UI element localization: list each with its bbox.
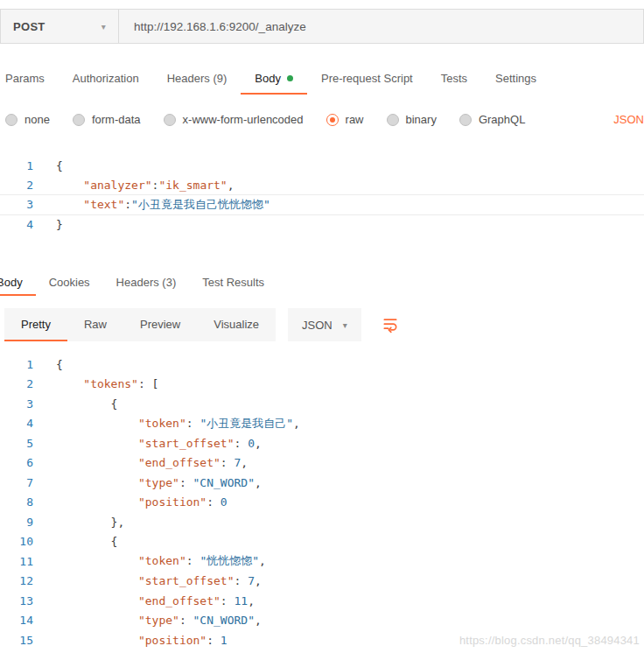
tab-label: Authorization xyxy=(73,72,139,85)
radio-dot xyxy=(330,117,335,123)
body-type-form-data[interactable]: form-data xyxy=(73,113,141,126)
line-number: 4 xyxy=(0,218,46,231)
code-token: "tokens" xyxy=(83,377,138,390)
code-token: , xyxy=(248,594,255,607)
code-token: : xyxy=(234,574,248,587)
code-token: 11 xyxy=(234,594,248,607)
tab-authorization[interactable]: Authorization xyxy=(59,63,153,95)
code-text[interactable]: { xyxy=(46,159,63,172)
view-tab-preview[interactable]: Preview xyxy=(123,308,197,341)
raw-language-label: JSON xyxy=(613,113,644,126)
body-indicator-dot xyxy=(287,75,293,81)
code-text[interactable]: } xyxy=(46,218,63,231)
code-token: : xyxy=(206,495,220,509)
tab-tests[interactable]: Tests xyxy=(427,63,481,95)
chevron-down-icon: ▾ xyxy=(343,320,347,330)
code-text[interactable]: "text":"小丑竟是我自己恍恍惚惚" xyxy=(46,197,270,213)
line-number: 13 xyxy=(0,594,46,607)
code-token: { xyxy=(56,358,63,371)
line-number: 9 xyxy=(0,516,46,529)
tab-pre-request-script[interactable]: Pre-request Script xyxy=(307,63,427,95)
tab-label: Cookies xyxy=(49,276,90,289)
code-token xyxy=(56,594,138,607)
tab-label: Raw xyxy=(84,318,107,331)
request-url-bar: POST ▾ http://192.168.1.6:9200/_analyze xyxy=(0,9,644,44)
code-token: }, xyxy=(56,516,124,529)
chevron-down-icon: ▾ xyxy=(102,22,106,32)
code-text: "type": "CN_WORD", xyxy=(46,476,262,489)
line-number: 7 xyxy=(0,476,46,489)
tab-headers[interactable]: Headers (9) xyxy=(153,63,242,95)
tab-label: Params xyxy=(5,72,45,85)
radio-icon xyxy=(5,114,18,126)
code-token: "analyzer" xyxy=(83,179,151,192)
body-type-binary[interactable]: binary xyxy=(387,113,437,126)
view-mode-group: Pretty Raw Preview Visualize xyxy=(4,308,276,341)
line-number: 10 xyxy=(0,535,46,548)
raw-language-select[interactable]: JSON ▾ xyxy=(613,113,644,126)
line-number: 6 xyxy=(0,456,46,469)
code-line: 6 "end_offset": 7, xyxy=(0,453,644,474)
code-token: : xyxy=(206,634,220,647)
tab-params[interactable]: Params xyxy=(0,63,59,95)
tab-label: Settings xyxy=(495,72,536,85)
tab-label: Preview xyxy=(140,318,180,331)
code-token: : xyxy=(179,476,193,489)
code-text: "tokens": [ xyxy=(46,377,158,390)
code-token xyxy=(56,417,138,430)
body-type-urlencoded[interactable]: x-www-form-urlencoded xyxy=(164,113,304,126)
tab-body[interactable]: Body xyxy=(241,63,307,95)
view-tab-raw[interactable]: Raw xyxy=(67,308,123,341)
code-line: 4} xyxy=(0,215,644,235)
line-number: 2 xyxy=(0,179,46,192)
code-token xyxy=(56,614,138,627)
response-format-select[interactable]: JSON ▾ xyxy=(288,308,361,341)
tab-settings[interactable]: Settings xyxy=(481,63,550,95)
code-token: : xyxy=(220,594,234,607)
code-token: 0 xyxy=(220,495,228,509)
radio-label: GraphQL xyxy=(479,113,525,126)
tab-label: Test Results xyxy=(202,276,264,289)
code-token: , xyxy=(259,554,266,567)
response-tab-body[interactable]: Body xyxy=(0,270,36,296)
code-token xyxy=(56,437,138,450)
code-token: "text" xyxy=(83,198,124,211)
tab-label: Headers (9) xyxy=(167,72,228,85)
code-token: { xyxy=(56,397,117,411)
tab-label: Body xyxy=(255,72,281,85)
code-text[interactable]: "analyzer":"ik_smart", xyxy=(46,179,234,192)
body-type-none[interactable]: none xyxy=(5,113,50,126)
response-tab-test-results[interactable]: Test Results xyxy=(189,270,277,296)
code-line: 3 { xyxy=(0,394,644,414)
wrap-text-button[interactable] xyxy=(375,310,405,340)
request-body-editor[interactable]: 1{2 "analyzer":"ik_smart",3 "text":"小丑竟是… xyxy=(0,156,644,235)
watermark: https://blog.csdn.net/qq_38494341 xyxy=(459,634,640,647)
code-token: , xyxy=(228,179,234,192)
code-text: { xyxy=(46,358,63,371)
radio-selected-icon xyxy=(326,114,339,126)
postman-window: POST ▾ http://192.168.1.6:9200/_analyze … xyxy=(0,0,644,653)
url-input[interactable]: http://192.168.1.6:9200/_analyze xyxy=(118,9,644,44)
response-tab-headers[interactable]: Headers (3) xyxy=(103,270,190,296)
line-number: 8 xyxy=(0,495,46,509)
method-label: POST xyxy=(13,20,46,33)
code-token: 7 xyxy=(248,574,255,587)
code-token xyxy=(56,495,138,509)
body-type-graphql[interactable]: GraphQL xyxy=(459,113,525,126)
body-type-raw[interactable]: raw xyxy=(326,113,364,126)
line-number: 1 xyxy=(0,358,46,371)
code-line: 1{ xyxy=(0,156,644,176)
code-text: "position": 1 xyxy=(46,634,228,647)
view-tab-visualize[interactable]: Visualize xyxy=(197,308,276,341)
code-line: 13 "end_offset": 11, xyxy=(0,591,644,611)
response-tab-cookies[interactable]: Cookies xyxy=(36,270,103,296)
code-line: 2 "analyzer":"ik_smart", xyxy=(0,176,644,196)
code-line: 3 "text":"小丑竟是我自己恍恍惚惚" xyxy=(0,195,644,215)
code-line: 12 "start_offset": 7, xyxy=(0,572,644,592)
response-body-editor[interactable]: 1{2 "tokens": [3 {4 "token": "小丑竟是我自己",5… xyxy=(0,355,644,650)
wrap-text-icon xyxy=(382,316,399,334)
tab-label: Visualize xyxy=(214,318,259,331)
method-select[interactable]: POST ▾ xyxy=(0,9,119,44)
view-tab-pretty[interactable]: Pretty xyxy=(4,308,67,341)
code-token xyxy=(56,198,83,211)
